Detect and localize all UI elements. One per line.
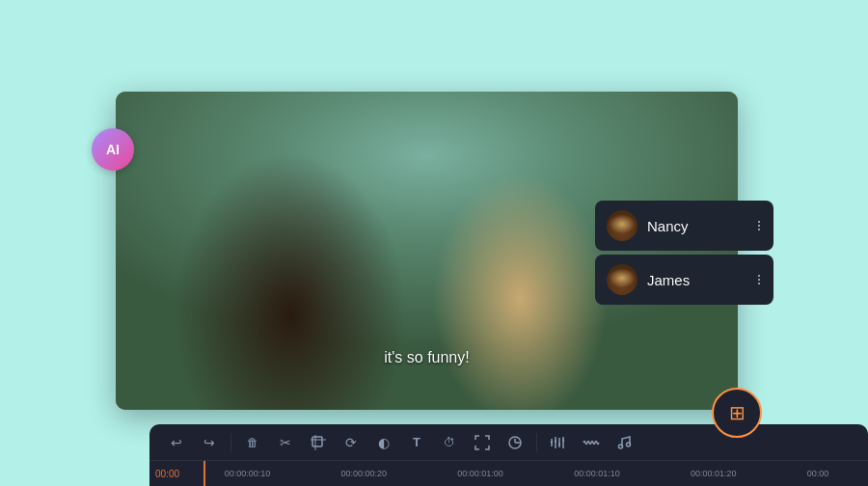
equalizer-icon: [551, 436, 566, 449]
svg-rect-0: [312, 437, 322, 446]
svg-point-13: [627, 443, 631, 446]
timeline-playhead: [203, 461, 205, 486]
timeline-timestamps: 00:00:00:10 00:00:00:20 00:00:01:00 00:0…: [185, 469, 868, 478]
equalizer-button[interactable]: [543, 427, 574, 458]
crop-icon: [311, 435, 326, 450]
redo-button[interactable]: ↪: [194, 427, 225, 458]
ts-2: 00:00:00:20: [341, 469, 388, 478]
toolbar-row: ↩ ↪ 🗑 ✂ ⟳ ◐ T ⏱: [149, 424, 868, 461]
avatar-nancy: [607, 210, 637, 241]
speaker-name-james: James: [647, 272, 746, 288]
music-icon: [616, 435, 632, 450]
music-button[interactable]: [609, 427, 639, 458]
svg-rect-5: [551, 441, 553, 444]
speaker-card-james[interactable]: James ⫶: [595, 255, 773, 305]
waveform-button[interactable]: [576, 427, 607, 458]
cut-button[interactable]: ✂: [270, 427, 301, 458]
divider-1: [231, 433, 231, 452]
svg-rect-7: [555, 440, 556, 443]
svg-rect-9: [558, 443, 560, 446]
undo-button[interactable]: ↩: [161, 427, 192, 458]
delete-button[interactable]: 🗑: [237, 427, 268, 458]
waveform-icon: [583, 436, 600, 449]
filter-icon: [507, 435, 523, 450]
ai-badge-label: AI: [106, 142, 120, 157]
fab-icon: ⊞: [729, 401, 746, 424]
expand-icon: [475, 435, 490, 450]
current-time-label: 00:00: [149, 469, 185, 479]
text-button[interactable]: T: [401, 427, 432, 458]
filter-button[interactable]: [500, 427, 530, 458]
bottom-toolbar-area: ↩ ↪ 🗑 ✂ ⟳ ◐ T ⏱: [149, 424, 868, 486]
speaker-card-nancy[interactable]: Nancy ⫶: [595, 201, 773, 251]
waveform-icon-nancy: ⫶: [755, 217, 762, 234]
timer-button[interactable]: ⏱: [434, 427, 465, 458]
timeline-row[interactable]: 00:00 00:00:00:10 00:00:00:20 00:00:01:0…: [149, 461, 868, 486]
crop-button[interactable]: [303, 427, 334, 458]
color-button[interactable]: ◐: [368, 427, 399, 458]
fab-edit-button[interactable]: ⊞: [712, 388, 762, 438]
ai-badge: AI: [92, 128, 134, 171]
svg-point-12: [619, 445, 623, 448]
waveform-icon-james: ⫶: [755, 271, 762, 288]
ts-4: 00:00:01:10: [574, 469, 620, 478]
expand-button[interactable]: [467, 427, 498, 458]
ts-3: 00:00:01:00: [457, 469, 503, 478]
ts-6: 00:00: [807, 469, 829, 478]
rotate-button[interactable]: ⟳: [336, 427, 366, 458]
ts-5: 00:00:01:20: [691, 469, 737, 478]
speaker-name-nancy: Nancy: [647, 218, 746, 234]
subtitle-text: it's so funny!: [384, 349, 469, 366]
divider-2: [536, 433, 537, 452]
svg-rect-11: [562, 439, 564, 442]
avatar-james: [607, 264, 637, 295]
ts-1: 00:00:00:10: [225, 469, 271, 478]
speaker-cards-container: Nancy ⫶ James ⫶: [595, 201, 773, 305]
